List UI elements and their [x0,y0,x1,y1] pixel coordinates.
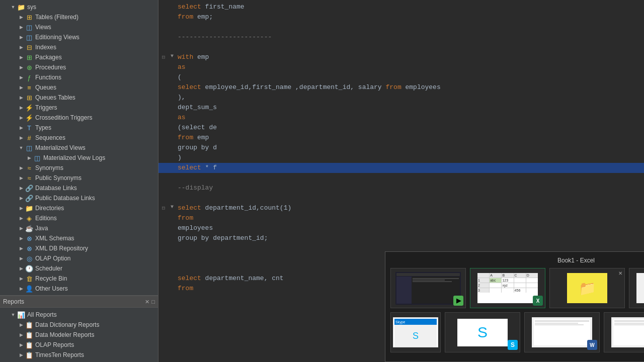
expand-icon: ▶ [18,352,24,358]
code-line [158,42,644,52]
tree-item-procedures[interactable]: ▶ ⊛ Procedures [0,62,158,72]
excel-cell [526,283,538,288]
taskbar-thumb-ide[interactable]: ▶ [390,268,466,308]
tree-label-public-dblinks: Public Database Links [35,195,95,202]
fold-button [169,93,176,100]
tree-item-xml-db[interactable]: ▶ ⊗ XML DB Repository [0,243,158,253]
excel-cell: B [502,273,513,278]
tree-item-triggers[interactable]: ▶ ⚡ Triggers [0,103,158,113]
thumb-content [395,272,461,305]
code-editor-panel[interactable]: select first_name from emp; ------------… [158,0,644,362]
taskbar-thumb-skype-small[interactable]: Skype S [390,312,441,352]
minimize-icon[interactable]: ✕ [145,299,149,305]
tree-item-queues[interactable]: ▶ ≡ Queues [0,82,158,93]
close-icon[interactable]: ✕ [618,270,622,276]
line-gutter [158,213,169,214]
tree-item-packages[interactable]: ▶ ⊞ Packages [0,52,158,62]
tree-label-functions: Functions [35,74,61,81]
tree-item-crossedition[interactable]: ▶ ⚡ Crossedition Triggers [0,113,158,123]
tree-item-tables[interactable]: ▶ ⊞ Tables (Filtered) [0,12,158,22]
tree-item-recycle[interactable]: ▶ 🗑 Recycle Bin [0,274,158,284]
tree-item-scheduler[interactable]: ▶ 🕐 Scheduler [0,263,158,274]
taskbar-thumb-word1[interactable]: W [524,312,600,352]
expand-icon: ▶ [18,245,24,251]
restore-icon[interactable]: □ [151,299,155,305]
matviewlog-icon: ◫ [33,154,41,162]
tree-item-indexes[interactable]: ▶ ⊟ Indexes [0,42,158,52]
expand-icon: ▶ [18,205,24,211]
excel-cell: 3 [477,288,489,293]
excel-cell [502,288,513,293]
tree-item-other-users[interactable]: ▶ 👤 Other Users [0,284,158,294]
tree-item-matviewlogs[interactable]: ▶ ◫ Materialized View Logs [0,153,158,163]
tree-item-public-synonyms[interactable]: ▶ ≈ Public Synonyms [0,173,158,183]
tree-item-public-dblinks[interactable]: ▶ 🔗 Public Database Links [0,193,158,203]
tree-item-editions[interactable]: ▶ ◈ Editions [0,213,158,223]
taskbar-row-top: ▶ A B C D 1 abc [390,268,644,308]
tree-item-types[interactable]: ▶ T Types [0,123,158,133]
tree-item-olap-reports[interactable]: ▶ 📋 OLAP Reports [0,340,158,350]
tree-item-olap[interactable]: ▶ ◎ OLAP Option [0,253,158,263]
code-text: select * f [176,163,644,173]
tree-item-sys[interactable]: ▼ 📁 sys [0,2,158,12]
code-text: with emp [176,52,644,62]
tree-item-dblinks[interactable]: ▶ 🔗 Database Links [0,183,158,193]
line-gutter [158,163,169,164]
tree-item-all-reports[interactable]: ▼ 📊 All Reports [0,310,158,320]
tree-label-scheduler: Scheduler [35,265,62,272]
tree-item-matviews[interactable]: ▼ ◫ Materialized Views [0,143,158,153]
reports-title-row: Reports [3,298,24,305]
tree-item-functions[interactable]: ▶ ƒ Functions [0,72,158,82]
fold-button [169,133,176,140]
tree-item-xml-schemas[interactable]: ▶ ⊗ XML Schemas [0,233,158,243]
excel-overlay-icon: X [533,296,543,306]
fold-button [169,22,176,29]
tree-item-data-modeler[interactable]: ▶ 📋 Data Modeler Reports [0,330,158,340]
tree-item-editioning[interactable]: ▶ ◫ Editioning Views [0,32,158,42]
taskbar-thumb-excel[interactable]: A B C D 1 abc 123 2 x [470,268,545,308]
taskbar-thumb-word2[interactable]: W [604,312,644,352]
queue-icon: ≡ [25,83,33,92]
fold-button [169,233,176,240]
tree-item-sequences[interactable]: ▶ # Sequences [0,133,158,143]
crossedition-icon: ⚡ [25,114,33,122]
qtable-icon: ⊞ [25,94,33,102]
timesten-icon: 📋 [25,351,33,359]
line-gutter [158,133,169,134]
code-line: from [158,213,644,223]
line-gutter [158,193,169,194]
line-gutter [158,12,169,13]
tree-item-queues-tables[interactable]: ▶ ⊞ Queues Tables [0,93,158,103]
line-gutter [158,93,169,94]
tree-item-timesten[interactable]: ▶ 📋 TimesTen Reports [0,350,158,360]
taskbar-thumb-folder[interactable]: 📁 ✕ [549,268,625,308]
fold-button [169,42,176,49]
tree-label-views: Views [35,24,51,31]
taskbar-thumb-empty[interactable]: ✕ [629,268,644,308]
dblink-icon: 🔗 [25,184,33,192]
tree-item-java[interactable]: ▶ ☕ Java [0,223,158,233]
tree-label-tables: Tables (Filtered) [35,14,78,21]
taskbar-thumb-skype-chat[interactable]: S S [445,312,520,352]
code-line: as [158,113,644,123]
thumb-content-folder: 📁 [567,273,607,303]
tree-item-data-dict[interactable]: ▶ 📋 Data Dictionary Reports [0,320,158,330]
tree-item-views[interactable]: ▶ ◫ Views [0,22,158,32]
excel-cell: 1 [477,278,489,283]
expand-icon: ▶ [18,135,24,141]
line-gutter [158,253,169,254]
fold-button[interactable]: ▼ [169,203,176,210]
tree-item-directories[interactable]: ▶ 📁 Directories [0,203,158,213]
reports-title: Reports [3,298,24,305]
excel-cell [514,283,526,288]
tree-item-synonyms[interactable]: ▶ ≈ Synonyms [0,163,158,173]
fold-button [169,72,176,79]
code-line: ------------------------ [158,32,644,42]
expand-icon: ▶ [18,322,24,328]
fold-button[interactable]: ▼ [169,52,176,59]
fold-button [169,153,176,160]
fold-button [169,284,176,291]
code-text: dept_sum_s [176,103,644,113]
code-line [158,173,644,183]
olap-icon: ◎ [25,254,33,262]
